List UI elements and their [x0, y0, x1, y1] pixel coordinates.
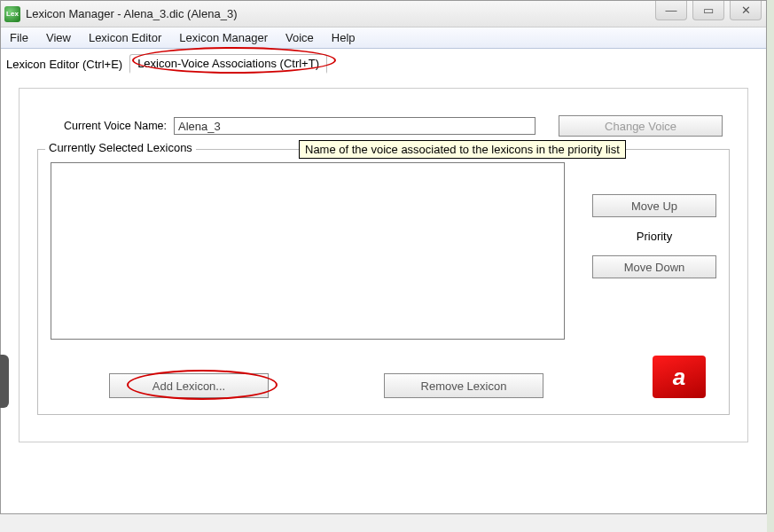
app-icon: Lex — [4, 6, 20, 22]
priority-controls: Move Up Priority Move Down — [592, 194, 716, 278]
move-up-button[interactable]: Move Up — [592, 194, 716, 217]
tab-voice-associations[interactable]: Lexicon-Voice Associations (Ctrl+T) — [129, 54, 327, 74]
logo-glyph: a — [673, 364, 685, 391]
current-voice-label: Current Voice Name: — [64, 120, 167, 132]
group-legend: Currently Selected Lexicons — [45, 141, 196, 154]
menu-file[interactable]: File — [6, 29, 32, 46]
menu-lexicon-editor[interactable]: Lexicon Editor — [85, 29, 165, 46]
window-title: Lexicon Manager - Alena_3.dic (Alena_3) — [26, 7, 762, 20]
move-down-button[interactable]: Move Down — [592, 255, 716, 278]
title-bar: Lex Lexicon Manager - Alena_3.dic (Alena… — [1, 1, 766, 27]
docked-side-tab[interactable] — [0, 355, 9, 408]
selected-lexicons-group: Currently Selected Lexicons Move Up Prio… — [37, 149, 730, 415]
minimize-button[interactable]: — — [655, 1, 687, 20]
remove-lexicon-button[interactable]: Remove Lexicon — [384, 373, 543, 398]
tab-row: Lexicon Editor (Ctrl+E) Lexicon-Voice As… — [1, 49, 766, 74]
acapela-logo: a — [653, 356, 706, 398]
close-button[interactable]: ✕ — [730, 1, 762, 20]
change-voice-button[interactable]: Change Voice — [559, 115, 723, 137]
add-lexicon-button[interactable]: Add Lexicon... — [109, 373, 269, 398]
priority-label: Priority — [637, 230, 672, 243]
panel: Current Voice Name: Change Voice Current… — [1, 74, 766, 451]
menu-voice[interactable]: Voice — [282, 29, 317, 46]
menu-bar: File View Lexicon Editor Lexicon Manager… — [1, 27, 766, 49]
menu-lexicon-manager[interactable]: Lexicon Manager — [176, 29, 271, 46]
voice-name-tooltip: Name of the voice associated to the lexi… — [299, 140, 626, 159]
app-window: — ▭ ✕ Lex Lexicon Manager - Alena_3.dic … — [0, 0, 767, 514]
menu-help[interactable]: Help — [328, 29, 359, 46]
maximize-button[interactable]: ▭ — [692, 1, 724, 20]
desktop-background — [767, 0, 774, 532]
voice-name-row: Current Voice Name: Change Voice — [64, 115, 730, 137]
lexicons-listbox[interactable] — [51, 162, 565, 340]
menu-view[interactable]: View — [43, 29, 74, 46]
window-controls: — ▭ ✕ — [655, 1, 762, 20]
current-voice-input[interactable] — [174, 117, 536, 135]
bottom-buttons: Add Lexicon... Remove Lexicon — [109, 373, 543, 398]
tab-lexicon-editor[interactable]: Lexicon Editor (Ctrl+E) — [4, 56, 124, 73]
